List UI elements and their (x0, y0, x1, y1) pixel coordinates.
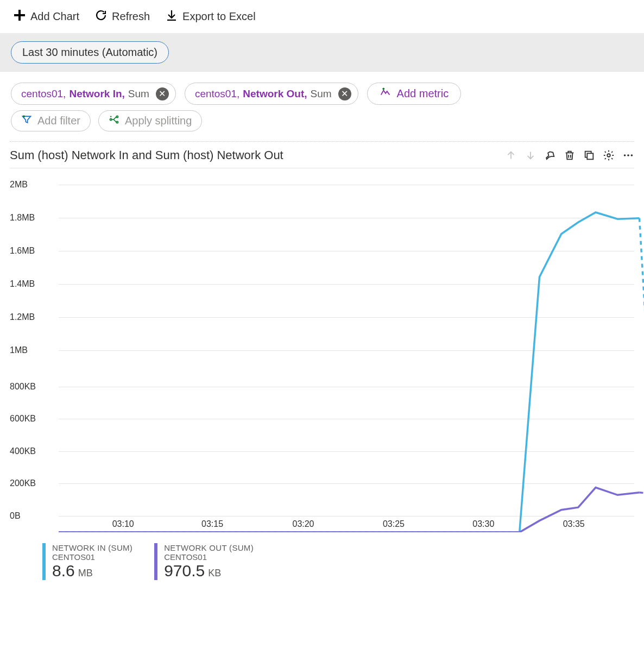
apply-splitting-label: Apply splitting (125, 115, 192, 127)
y-axis-tick: 1.2MB (10, 312, 54, 322)
x-axis-tick: 03:35 (563, 519, 585, 529)
x-axis-tick: 03:15 (201, 519, 223, 529)
y-axis-tick: 600KB (10, 414, 54, 424)
svg-point-6 (607, 154, 610, 157)
refresh-icon (94, 9, 108, 24)
refresh-label: Refresh (112, 10, 150, 23)
metric-name: Network In, (69, 88, 124, 100)
x-axis-tick: 03:25 (383, 519, 405, 529)
add-filter-button[interactable]: Add filter (11, 110, 91, 131)
apply-splitting-button[interactable]: Apply splitting (98, 110, 202, 131)
legend-series-name: NETWORK IN (SUM) (52, 543, 132, 552)
trash-icon[interactable] (564, 149, 576, 161)
svg-rect-5 (587, 153, 593, 159)
timerange-selector[interactable]: Last 30 minutes (Automatic) (11, 41, 169, 64)
y-axis-tick: 2MB (10, 180, 54, 190)
add-metric-icon (380, 86, 392, 101)
add-metric-label: Add metric (397, 87, 449, 100)
legend-unit: KB (208, 568, 221, 579)
metric-pill-network-in[interactable]: centos01, Network In, Sum ✕ (11, 83, 176, 105)
legend-value: 970.5 (164, 562, 205, 580)
x-axis-tick: 03:20 (292, 519, 314, 529)
legend-item-network-out[interactable]: NETWORK OUT (SUM) CENTOS01 970.5 KB (154, 543, 254, 580)
metric-name: Network Out, (243, 88, 307, 100)
legend-color-swatch (154, 543, 157, 580)
add-chart-label: Add Chart (30, 10, 79, 23)
timerange-bar: Last 30 minutes (Automatic) (0, 34, 644, 72)
metric-aggregation: Sum (128, 88, 149, 100)
more-icon[interactable] (622, 149, 634, 161)
filter-icon (21, 114, 32, 128)
move-up-icon[interactable] (505, 149, 517, 161)
legend-value: 8.6 (52, 562, 75, 580)
y-axis-tick: 200KB (10, 479, 54, 488)
legend-series-source: CENTOS01 (52, 552, 132, 562)
y-axis-tick: 800KB (10, 382, 54, 392)
add-chart-button[interactable]: Add Chart (13, 9, 79, 24)
pin-icon[interactable] (544, 149, 556, 161)
svg-point-9 (631, 154, 633, 156)
y-axis-tick: 1.6MB (10, 246, 54, 256)
svg-point-2 (110, 118, 111, 120)
chart-title: Sum (host) Network In and Sum (host) Net… (10, 148, 283, 162)
gear-icon[interactable] (603, 149, 615, 161)
svg-point-4 (116, 121, 118, 123)
y-axis-tick: 400KB (10, 446, 54, 456)
legend-series-name: NETWORK OUT (SUM) (164, 543, 254, 552)
svg-point-8 (627, 154, 629, 156)
move-down-icon[interactable] (525, 149, 536, 161)
svg-point-7 (624, 154, 626, 156)
metric-pill-network-out[interactable]: centos01, Network Out, Sum ✕ (185, 83, 358, 105)
metrics-row: centos01, Network In, Sum ✕ centos01, Ne… (0, 72, 644, 110)
metric-resource: centos01, (21, 88, 66, 100)
add-metric-button[interactable]: Add metric (367, 83, 462, 105)
plus-icon (13, 9, 26, 24)
x-axis-tick: 03:30 (472, 519, 494, 529)
y-axis-tick: 1.4MB (10, 279, 54, 289)
timerange-label: Last 30 minutes (Automatic) (22, 46, 157, 58)
filters-row: Add filter Apply splitting (0, 110, 644, 141)
x-axis-tick: 03:10 (112, 519, 134, 529)
add-filter-label: Add filter (37, 115, 80, 127)
y-axis-tick: 1MB (10, 345, 54, 355)
download-icon (165, 9, 178, 24)
export-label: Export to Excel (182, 10, 256, 23)
legend-color-swatch (42, 543, 46, 580)
refresh-button[interactable]: Refresh (94, 9, 150, 24)
copy-icon[interactable] (583, 149, 595, 161)
y-axis-tick: 1.8MB (10, 213, 54, 223)
svg-point-3 (116, 116, 118, 117)
legend-unit: MB (78, 568, 93, 579)
remove-metric-icon[interactable]: ✕ (156, 87, 169, 100)
chart-legend: NETWORK IN (SUM) CENTOS01 8.6 MB NETWORK… (10, 532, 634, 580)
split-icon (109, 114, 119, 128)
chart-plot[interactable]: 03:1003:1503:2003:2503:3003:35 0B200KB40… (10, 185, 634, 532)
chart-panel: Sum (host) Network In and Sum (host) Net… (0, 141, 644, 580)
y-axis-tick: 0B (10, 511, 54, 521)
top-toolbar: Add Chart Refresh Export to Excel (0, 0, 644, 34)
legend-series-source: CENTOS01 (164, 552, 254, 562)
chart-header: Sum (host) Network In and Sum (host) Net… (10, 145, 634, 168)
metric-aggregation: Sum (311, 88, 332, 100)
legend-item-network-in[interactable]: NETWORK IN (SUM) CENTOS01 8.6 MB (42, 543, 132, 580)
chart-actions (505, 149, 634, 161)
metric-resource: centos01, (195, 88, 239, 100)
remove-metric-icon[interactable]: ✕ (338, 87, 351, 100)
export-button[interactable]: Export to Excel (165, 9, 256, 24)
